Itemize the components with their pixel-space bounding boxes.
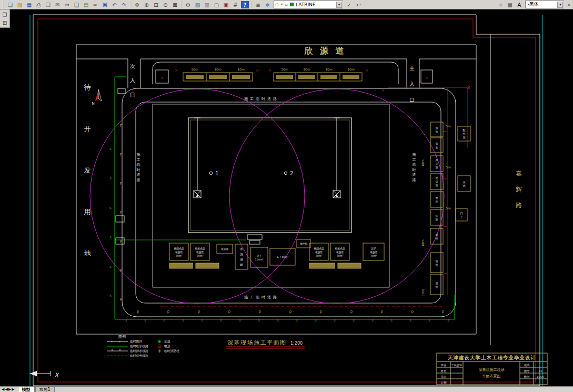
titleblock-drawing-title: 平面布置图 (482, 374, 501, 378)
zoom-previous-icon[interactable]: ⊖ (161, 1, 170, 9)
fence-symbol: p (442, 309, 445, 314)
paste-icon[interactable]: ▤ (82, 1, 91, 9)
cad-text: 舍 (436, 285, 438, 288)
water-symbol: s (277, 318, 279, 323)
cad-text: 宿 (436, 142, 438, 145)
dim-10m: 10m (325, 67, 333, 71)
markup-icon[interactable]: ▣ (222, 1, 230, 9)
tab-model[interactable]: 模型 (18, 387, 35, 392)
layer-walk-icon[interactable]: ≋ (496, 1, 505, 9)
hyperlink-icon[interactable]: ⌘ (100, 1, 109, 9)
small-structure (247, 235, 262, 239)
make-layer-current-icon[interactable]: ✓ (345, 1, 354, 9)
match-properties-icon[interactable]: ✏ (91, 1, 100, 9)
copy-icon[interactable]: ❑ (72, 1, 81, 9)
legend-item: 临时供电线路 (130, 354, 148, 358)
main-entrance-label: 入 (409, 81, 415, 87)
toolbar-overflow-icon[interactable]: » (566, 2, 572, 7)
zoom-extents-icon[interactable]: ⊠ (170, 1, 179, 9)
undo-icon[interactable]: ↶ (110, 1, 119, 9)
fence-symbol: p (411, 309, 414, 314)
layer-properties-icon[interactable]: ≣ (254, 1, 263, 9)
font-combo[interactable]: -黑体 ▾ (525, 1, 564, 8)
font-combo-dropdown-arrow[interactable]: ▾ (557, 2, 563, 8)
vacant-land-label: 用 (84, 208, 91, 216)
cad-text: 泥 (240, 253, 243, 256)
new-icon[interactable]: ❏ (6, 1, 15, 9)
fence-symbol: p (289, 309, 292, 314)
cad-text: 堆放区 (175, 250, 183, 254)
water-symbol: s (390, 318, 393, 323)
calculator-icon[interactable]: # (231, 1, 240, 9)
vacant-land-label: 待 (84, 83, 91, 91)
plot-icon[interactable]: ⎙ (34, 1, 43, 9)
fence-symbol: p (120, 152, 123, 156)
water-symbol: s (428, 318, 430, 323)
cut-icon[interactable]: ✂ (63, 1, 72, 9)
text-style-icon[interactable]: A (515, 1, 524, 9)
toolbar-grip[interactable] (3, 1, 4, 8)
cad-text: 室 (436, 218, 438, 221)
help-icon[interactable]: ? (240, 1, 249, 9)
cad-text: 架子 (371, 247, 376, 250)
cad-text: 室 (436, 166, 438, 169)
water-symbol: s (239, 318, 241, 323)
cad-text: 食 (436, 196, 438, 199)
etransmit-icon[interactable]: ✉ (53, 1, 62, 9)
legend-item: 水源 (164, 339, 170, 343)
titleblock-header: 天津建设大学土木工程专业毕业设计 (447, 355, 536, 360)
water-symbol: s (201, 318, 203, 323)
layer-match-icon[interactable]: ▩ (505, 1, 514, 9)
designcenter-icon[interactable]: ▧ (193, 1, 202, 9)
properties-icon[interactable]: ⚙ (184, 1, 193, 9)
material-bar (338, 263, 361, 268)
cad-text: 议 (436, 180, 439, 183)
cad-text: 水泥库 (221, 247, 229, 251)
cad-text: 钢筋成品 (174, 247, 184, 250)
small-structure (116, 216, 124, 222)
water-symbol: s (296, 318, 298, 323)
road-label-left: 道 (137, 173, 140, 177)
cad-text: 池 (463, 184, 466, 188)
street-right-label: 辉 (516, 186, 522, 193)
cad-text: 室 (436, 184, 438, 187)
layer-combo-dropdown-arrow[interactable]: ▾ (336, 2, 342, 8)
legend-item: 临时给水线路 (130, 345, 148, 348)
modify-toolbar-icon[interactable]: ⊞ (1, 18, 9, 27)
vacant-land-label: 开 (84, 125, 91, 133)
cad-text: 门 (460, 212, 463, 215)
crane-1-label: 1 (215, 170, 218, 176)
stall-bar (209, 75, 227, 79)
titleblock-cell: 图号 (524, 369, 530, 373)
save-icon[interactable]: ▦ (25, 1, 34, 9)
tower-crane-1 (194, 118, 213, 198)
dim-10m: 10m (237, 67, 245, 71)
layer-combo[interactable]: ○ ☀ ▫ LATRINE ▾ (274, 1, 343, 8)
generated-cad-content: 待开发用地嘉辉路次入口主入口施工临时道路施工临时道路钢筋成品堆放区70m²模板成… (84, 63, 522, 343)
water-symbol: s (109, 147, 112, 151)
cad-text: 宿 (436, 259, 438, 263)
ucs-x-label: X (55, 372, 59, 378)
titleblock-cell: 姓名 (441, 369, 447, 373)
fence-symbol: p (381, 309, 384, 314)
fence-symbol: p (167, 309, 170, 314)
pan-icon[interactable]: ✥ (133, 1, 142, 9)
layer-states-icon[interactable]: ❄ (263, 1, 272, 9)
open-icon[interactable]: ▨ (15, 1, 24, 9)
layer-previous-icon[interactable]: ↩ (354, 1, 363, 9)
sheet-set-icon[interactable]: ▢ (212, 1, 221, 9)
tab-layout1[interactable]: 布局1 (35, 387, 55, 392)
plot-preview-icon[interactable]: ❐ (44, 1, 53, 9)
cross-mark: × (381, 88, 385, 93)
draw-toolbar-icon[interactable]: ❏ (1, 10, 9, 18)
redo-icon[interactable]: ↷ (119, 1, 128, 9)
zoom-realtime-icon[interactable]: ⊕ (142, 1, 151, 9)
tool-palettes-icon[interactable]: ▥ (203, 1, 212, 9)
cad-drawing[interactable]: N 欣 源 道 施工临时道路 施工临时道路 1 2 深基现场施工平面图 1:20… (0, 0, 573, 392)
water-symbol: s (220, 318, 222, 323)
cad-text: 钢筋成品 (314, 247, 324, 250)
legend-item: 临时围挡 (130, 340, 142, 344)
tab-nav-arrows-icon[interactable]: ◀◀▶▶ (2, 387, 15, 392)
cad-text: 舍 (436, 263, 438, 266)
zoom-window-icon[interactable]: ⊡ (152, 1, 160, 9)
